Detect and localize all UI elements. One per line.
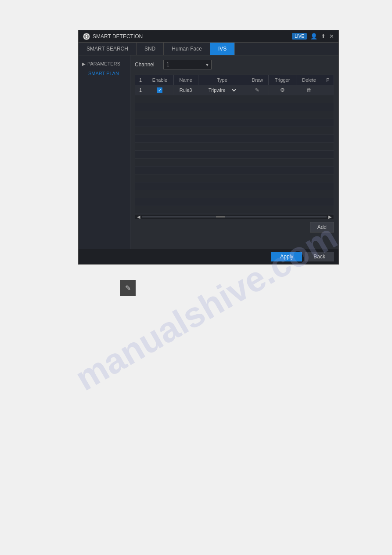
add-row: Add [135, 219, 334, 235]
draw-icon-box[interactable]: ✎ [120, 280, 136, 296]
title-left: SMART DETECTION [83, 33, 143, 40]
title-controls: LIVE 👤 ⬆ ✕ [292, 33, 334, 40]
row-p [322, 85, 334, 95]
table-row [135, 95, 334, 103]
table-row [135, 119, 334, 127]
table-row [135, 167, 334, 174]
delete-btn-icon[interactable]: 🗑 [306, 87, 312, 93]
row-name: Rule3 [173, 85, 198, 95]
sidebar-section-label: PARAMETERS [87, 61, 120, 66]
tab-human-face[interactable]: Human Face [164, 43, 210, 55]
live-badge: LIVE [292, 33, 307, 40]
tabs-row: SMART SEARCH SND Human Face IVS [79, 43, 338, 55]
pencil-icon: ✎ [125, 284, 131, 292]
col-draw: Draw [246, 75, 269, 85]
svg-rect-2 [86, 36, 87, 38]
channel-select-wrapper: 1 2 3 4 ▼ [163, 60, 212, 69]
tab-ivs[interactable]: IVS [210, 43, 235, 55]
panel-title: SMART DETECTION [93, 33, 143, 40]
sidebar-item-smart-plan[interactable]: SMART PLAN [79, 69, 130, 78]
table-scroll-bar: ◀ ▶ [135, 214, 334, 219]
table-header-row: 1 Enable Name Type Draw Trigger Delete P [135, 75, 334, 85]
channel-label: Channel [135, 62, 159, 68]
user-icon[interactable]: 👤 [310, 33, 317, 40]
col-type: Type [198, 75, 246, 85]
table-row [135, 198, 334, 206]
row-type[interactable]: Tripwire Intrusion [198, 85, 246, 95]
table-row [135, 103, 334, 111]
channel-select[interactable]: 1 2 3 4 [163, 60, 212, 69]
rules-table: 1 Enable Name Type Draw Trigger Delete P [135, 75, 334, 214]
main-content: Channel 1 2 3 4 ▼ [130, 55, 338, 249]
table-row: 1 ✓ Rule3 Tripwire Intrusion [135, 85, 334, 95]
trigger-btn-icon[interactable]: ⚙ [280, 87, 285, 93]
scroll-left-icon[interactable]: ◀ [135, 214, 142, 219]
sidebar-section-parameters[interactable]: ▶ PARAMETERS [79, 59, 130, 69]
app-icon [83, 33, 90, 40]
scroll-right-icon[interactable]: ▶ [327, 214, 334, 219]
enable-checkbox[interactable]: ✓ [157, 87, 162, 93]
table-row [135, 111, 334, 119]
row-number: 1 [135, 85, 146, 95]
sidebar: ▶ PARAMETERS SMART PLAN [79, 55, 130, 249]
channel-row: Channel 1 2 3 4 ▼ [135, 60, 334, 69]
col-p: P [322, 75, 334, 85]
scroll-thumb [216, 216, 225, 218]
table-row [135, 143, 334, 151]
col-enable: Enable [146, 75, 173, 85]
col-name: Name [173, 75, 198, 85]
table-row [135, 182, 334, 190]
row-trigger[interactable]: ⚙ [269, 85, 296, 95]
page-wrapper: manualshive.com ✎ SMART DETECTION LIVE 👤… [0, 0, 392, 555]
col-number: 1 [135, 75, 146, 85]
table-row [135, 174, 334, 182]
smart-detection-panel: SMART DETECTION LIVE 👤 ⬆ ✕ SMART SEARCH … [78, 30, 339, 265]
col-delete: Delete [296, 75, 322, 85]
apply-button[interactable]: Apply [271, 252, 302, 261]
svg-point-1 [86, 35, 87, 36]
panel-body: ▶ PARAMETERS SMART PLAN Channel 1 2 3 4 [79, 55, 338, 249]
table-row [135, 151, 334, 159]
sidebar-arrow-icon: ▶ [82, 62, 86, 66]
tab-smart-search[interactable]: SMART SEARCH [79, 43, 137, 55]
draw-btn-icon[interactable]: ✎ [255, 87, 259, 93]
table-row [135, 190, 334, 198]
close-icon[interactable]: ✕ [329, 33, 334, 40]
export-icon[interactable]: ⬆ [321, 33, 326, 40]
row-delete[interactable]: 🗑 [296, 85, 322, 95]
scroll-track[interactable] [142, 216, 327, 218]
table-row [135, 127, 334, 135]
row-draw[interactable]: ✎ [246, 85, 269, 95]
tab-snd[interactable]: SND [137, 43, 164, 55]
row-enable[interactable]: ✓ [146, 85, 173, 95]
table-row [135, 135, 334, 143]
footer-bar: Apply Back [79, 249, 338, 264]
type-select[interactable]: Tripwire Intrusion [207, 87, 237, 93]
back-button[interactable]: Back [305, 252, 334, 261]
table-row [135, 206, 334, 214]
add-button[interactable]: Add [310, 222, 334, 232]
table-row [135, 159, 334, 167]
title-bar: SMART DETECTION LIVE 👤 ⬆ ✕ [79, 30, 338, 43]
col-trigger: Trigger [269, 75, 296, 85]
